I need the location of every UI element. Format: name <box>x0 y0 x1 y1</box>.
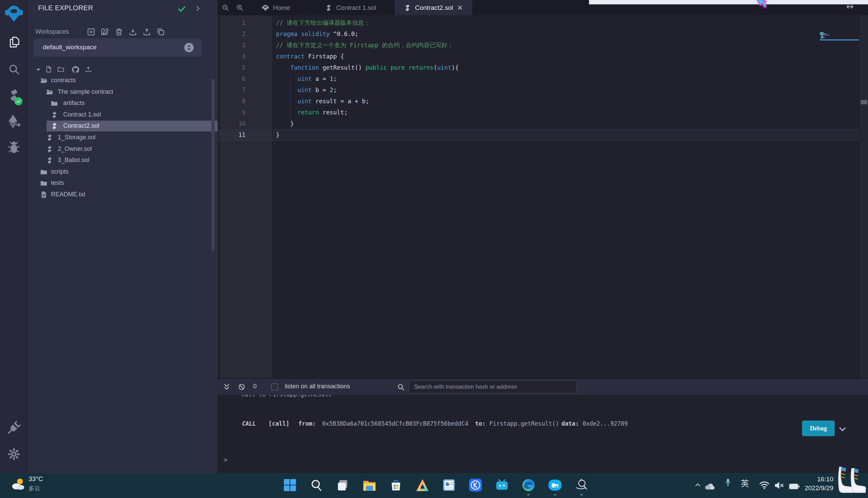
start-button[interactable] <box>283 478 297 492</box>
clipped-log-line: call to Firstapp.getResult <box>241 395 384 399</box>
debug-button[interactable]: Debug <box>802 421 835 436</box>
taskbar-clock[interactable]: 16:10 2022/9/29 <box>792 475 833 493</box>
deploy-run-icon[interactable] <box>0 114 27 129</box>
tab-contract-1-sol[interactable]: Contract 1.sol <box>307 0 395 15</box>
folder-icon <box>51 100 58 107</box>
folder-icon <box>40 168 48 175</box>
code-line-9[interactable]: 9 return result; <box>218 107 859 118</box>
tree-item-label: 3_Ballot.sol <box>58 157 89 164</box>
clock-time: 16:10 <box>792 475 833 484</box>
bilibili-app[interactable] <box>495 478 509 492</box>
remix-home-icon <box>262 4 269 12</box>
code-line-11[interactable]: 11} <box>218 129 859 141</box>
plugin-icon-sidebar <box>0 0 27 473</box>
microphone-icon[interactable] <box>724 478 732 486</box>
code-editor[interactable]: 1// 请在下方给出编译器版本信息：2pragma solidity ^0.6.… <box>218 15 868 378</box>
listen-all-label[interactable]: listen on all transactions <box>285 383 350 390</box>
tree-item-1-storage-sol[interactable]: 1_Storage.sol <box>27 132 218 143</box>
file-explorer-icon[interactable] <box>0 36 27 49</box>
clear-console-icon[interactable] <box>238 383 245 391</box>
tab-home[interactable]: Home <box>245 0 307 15</box>
zoom-out-icon[interactable] <box>222 4 230 12</box>
docs-app[interactable] <box>442 478 456 492</box>
terminal-expand-icon[interactable] <box>223 383 231 391</box>
file-explorer-app[interactable] <box>362 478 377 492</box>
listen-all-checkbox[interactable] <box>271 383 278 390</box>
k-app[interactable] <box>468 478 483 492</box>
code-line-2[interactable]: 2pragma solidity ^0.6.0; <box>218 28 859 40</box>
pending-tx-count: 0 <box>253 383 257 390</box>
close-tab-icon[interactable] <box>457 4 463 11</box>
tree-item-label: scripts <box>51 168 69 175</box>
terminal-search-input[interactable] <box>409 380 577 393</box>
task-view-button[interactable] <box>336 478 350 492</box>
line-number: 8 <box>220 96 245 107</box>
tree-item-2-owner-sol[interactable]: 2_Owner.sol <box>27 144 218 155</box>
line-number: 9 <box>220 107 245 118</box>
tree-item-3-ballot-sol[interactable]: 3_Ballot.sol <box>27 155 218 166</box>
remix-logo-icon[interactable] <box>0 3 27 23</box>
weather-temperature[interactable]: 33°C <box>28 475 43 483</box>
code-line-1[interactable]: 1// 请在下方给出编译器版本信息： <box>218 17 859 28</box>
tree-item-readme-txt[interactable]: README.txt <box>27 189 218 200</box>
weather-icon[interactable] <box>10 476 26 492</box>
tree-item-tests[interactable]: tests <box>27 178 218 188</box>
transaction-log-row[interactable]: CALL [call] from: 0x5B38Da6a701c568545dC… <box>218 420 868 437</box>
code-line-5[interactable]: 5 function getResult() public pure retur… <box>218 62 859 74</box>
line-number: 11 <box>220 129 245 141</box>
call-bracket: [call] <box>269 420 289 437</box>
zoom-in-icon[interactable] <box>236 4 244 12</box>
assistant-app[interactable] <box>574 478 588 492</box>
terminal-prompt[interactable]: > <box>224 456 228 463</box>
triangle-a-app[interactable] <box>415 478 430 492</box>
tree-item-contract-1-sol[interactable]: Contract 1.sol <box>27 109 218 120</box>
plugin-manager-icon[interactable] <box>0 421 27 435</box>
to-label: to: <box>475 420 485 437</box>
editor-area: HomeContract 1.solContract2.sol 1// 请在下方… <box>218 0 868 473</box>
ime-indicator[interactable]: 英 <box>741 478 749 489</box>
search-button[interactable] <box>309 478 324 492</box>
running-indicator <box>527 494 530 495</box>
weather-condition[interactable]: 多云 <box>28 484 40 492</box>
tree-item-contract2-sol[interactable]: Contract2.sol <box>27 121 218 131</box>
tray-expand-icon[interactable] <box>694 481 701 489</box>
editor-scroll-thumb[interactable] <box>860 100 867 104</box>
netdisk-app[interactable] <box>548 478 562 492</box>
line-number: 4 <box>220 51 245 62</box>
solidity-compiler-icon[interactable] <box>0 88 27 102</box>
code-line-8[interactable]: 8 uint result = a + b; <box>218 96 859 107</box>
wifi-icon[interactable] <box>759 480 770 490</box>
edge-browser[interactable] <box>521 478 536 492</box>
solidity-icon <box>46 145 53 153</box>
to-function: Firstapp.getResult() <box>489 420 559 437</box>
code-line-7[interactable]: 7 uint b = 2; <box>218 84 859 96</box>
explorer-scrollbar[interactable] <box>211 79 215 251</box>
settings-icon[interactable] <box>0 448 27 461</box>
search-icon[interactable] <box>0 63 27 75</box>
mouse-cursor <box>752 0 769 9</box>
resize-handle-icon[interactable]: ↔ <box>846 1 854 12</box>
from-label: from: <box>298 420 316 437</box>
overlapping-window-edge[interactable] <box>589 0 868 4</box>
folder-icon <box>40 179 48 187</box>
volume-muted-icon[interactable] <box>774 480 785 491</box>
code-line-6[interactable]: 6 uint a = 1; <box>218 74 859 84</box>
tab-contract2-sol[interactable]: Contract2.sol <box>395 0 472 15</box>
tree-item-artifacts[interactable]: artifacts <box>27 98 218 109</box>
microsoft-store-app[interactable] <box>389 478 403 492</box>
debugger-icon[interactable] <box>0 140 27 155</box>
expand-log-chevron-icon[interactable] <box>838 424 847 433</box>
tree-item-label: 2_Owner.sol <box>58 145 92 153</box>
line-number: 10 <box>220 118 245 129</box>
solidity-icon <box>51 122 58 130</box>
code-line-10[interactable]: 10 } <box>218 118 859 129</box>
onedrive-icon[interactable] <box>704 480 716 493</box>
tree-item-contracts[interactable]: contracts <box>27 75 218 86</box>
tree-item-label: Contract2.sol <box>63 122 99 129</box>
tree-item-scripts[interactable]: scripts <box>27 167 218 177</box>
solidity-icon <box>46 157 53 164</box>
code-line-3[interactable]: 3// 请在下方定义一个名为 Firstapp 的合约，合约内容已写好： <box>218 40 859 51</box>
code-line-4[interactable]: 4contract Firstapp { <box>218 51 859 62</box>
minimap-line <box>820 38 821 39</box>
tree-item-the-sample-contract[interactable]: The sample contract <box>27 87 218 97</box>
